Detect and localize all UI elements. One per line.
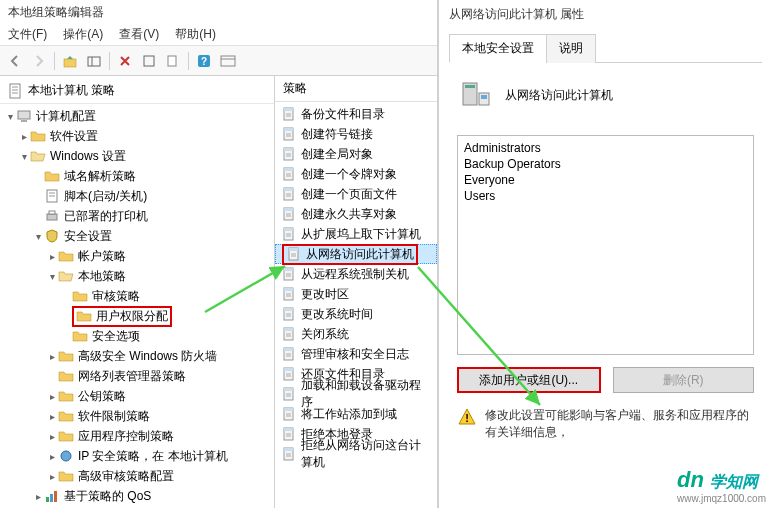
- tree-item[interactable]: ▸软件限制策略: [4, 406, 274, 426]
- tree-item[interactable]: ▸软件设置: [4, 126, 274, 146]
- policy-item[interactable]: 拒绝从网络访问这台计算机: [275, 444, 437, 464]
- tree-root[interactable]: 本地计算机 策略: [0, 78, 274, 104]
- toolbar-help[interactable]: ?: [193, 50, 215, 72]
- tree-item[interactable]: 已部署的打印机: [4, 206, 274, 226]
- tree-item[interactable]: 域名解析策略: [4, 166, 274, 186]
- tree-item[interactable]: ▸高级安全 Windows 防火墙: [4, 346, 274, 366]
- policy-icon: [281, 306, 297, 322]
- tree-item-label: 高级安全 Windows 防火墙: [78, 348, 217, 365]
- tree-item[interactable]: ▸IP 安全策略，在 本地计算机: [4, 446, 274, 466]
- tree-item[interactable]: ▾安全设置: [4, 226, 274, 246]
- folder-open-icon: [58, 268, 74, 284]
- tree-item[interactable]: ▸基于策略的 QoS: [4, 486, 274, 506]
- svg-rect-10: [18, 111, 30, 119]
- toolbar-separator: [188, 52, 189, 70]
- tree-item[interactable]: 脚本(启动/关机): [4, 186, 274, 206]
- toolbar-back[interactable]: [4, 50, 26, 72]
- remove-button[interactable]: 删除(R): [613, 367, 755, 393]
- tree-item[interactable]: ▾计算机配置: [4, 106, 274, 126]
- toolbar-up[interactable]: [59, 50, 81, 72]
- menu-action[interactable]: 操作(A): [63, 26, 103, 43]
- menu-bar: 文件(F) 操作(A) 查看(V) 帮助(H): [0, 24, 437, 46]
- folder-icon: [58, 428, 74, 444]
- add-user-button[interactable]: 添加用户或组(U)...: [457, 367, 601, 393]
- svg-rect-38: [284, 288, 293, 291]
- toolbar-export[interactable]: [138, 50, 160, 72]
- user-entry[interactable]: Everyone: [464, 172, 747, 188]
- policy-item[interactable]: 创建永久共享对象: [275, 204, 437, 224]
- expand-toggle[interactable]: ▸: [46, 471, 58, 482]
- tree: ▾计算机配置▸软件设置▾Windows 设置域名解析策略脚本(启动/关机)已部署…: [0, 104, 274, 508]
- warning-text: 修改此设置可能影响与客户端、服务和应用程序的 有关详细信息，: [485, 407, 749, 441]
- expand-toggle[interactable]: ▾: [4, 111, 16, 122]
- tree-item[interactable]: ▾本地策略: [4, 266, 274, 286]
- policy-item[interactable]: 从网络访问此计算机: [275, 244, 437, 264]
- toolbar-show-hide[interactable]: [83, 50, 105, 72]
- user-entry[interactable]: Administrators: [464, 140, 747, 156]
- policy-list-panel[interactable]: 策略 备份文件和目录创建符号链接创建全局对象创建一个令牌对象创建一个页面文件创建…: [275, 76, 437, 508]
- tree-item[interactable]: ▸公钥策略: [4, 386, 274, 406]
- policy-item[interactable]: 从扩展坞上取下计算机: [275, 224, 437, 244]
- svg-rect-3: [144, 56, 154, 66]
- expand-toggle[interactable]: ▸: [46, 351, 58, 362]
- tree-item[interactable]: ▸高级审核策略配置: [4, 466, 274, 486]
- toolbar-properties[interactable]: [162, 50, 184, 72]
- policy-item[interactable]: 从远程系统强制关机: [275, 264, 437, 284]
- tree-item[interactable]: ▾Windows 设置: [4, 146, 274, 166]
- expand-toggle[interactable]: ▸: [32, 491, 44, 502]
- menu-help[interactable]: 帮助(H): [175, 26, 216, 43]
- user-entry[interactable]: Users: [464, 188, 747, 204]
- tree-item[interactable]: ▸应用程序控制策略: [4, 426, 274, 446]
- policy-item[interactable]: 创建全局对象: [275, 144, 437, 164]
- svg-rect-50: [284, 408, 293, 411]
- policy-item[interactable]: 更改时区: [275, 284, 437, 304]
- tree-item-label: 审核策略: [92, 288, 140, 305]
- policy-icon: [281, 446, 297, 462]
- svg-rect-40: [284, 308, 293, 311]
- policy-item[interactable]: 备份文件和目录: [275, 104, 437, 124]
- expand-toggle[interactable]: ▸: [46, 411, 58, 422]
- expand-toggle[interactable]: ▾: [46, 271, 58, 282]
- expand-toggle[interactable]: ▸: [46, 451, 58, 462]
- tree-item[interactable]: ▸帐户策略: [4, 246, 274, 266]
- policy-item[interactable]: 加载和卸载设备驱动程序: [275, 384, 437, 404]
- user-list[interactable]: AdministratorsBackup OperatorsEveryoneUs…: [457, 135, 754, 355]
- svg-rect-56: [465, 85, 475, 88]
- policy-icon: [281, 426, 297, 442]
- expand-toggle[interactable]: ▸: [46, 391, 58, 402]
- toolbar-extra[interactable]: [217, 50, 239, 72]
- policy-item[interactable]: 关闭系统: [275, 324, 437, 344]
- policy-item[interactable]: 创建一个页面文件: [275, 184, 437, 204]
- policy-item[interactable]: 更改系统时间: [275, 304, 437, 324]
- expand-toggle[interactable]: ▾: [32, 231, 44, 242]
- tree-item[interactable]: 安全选项: [4, 326, 274, 346]
- tree-item-label: 安全设置: [64, 228, 112, 245]
- tree-panel[interactable]: 本地计算机 策略 ▾计算机配置▸软件设置▾Windows 设置域名解析策略脚本(…: [0, 76, 275, 508]
- window-title: 本地组策略编辑器: [0, 0, 437, 24]
- folder-icon: [58, 388, 74, 404]
- content-area: 本地计算机 策略 ▾计算机配置▸软件设置▾Windows 设置域名解析策略脚本(…: [0, 76, 437, 508]
- tree-item[interactable]: 网络列表管理器策略: [4, 366, 274, 386]
- tab-local-security[interactable]: 本地安全设置: [449, 34, 547, 63]
- policy-item[interactable]: 管理审核和安全日志: [275, 344, 437, 364]
- user-entry[interactable]: Backup Operators: [464, 156, 747, 172]
- tree-item[interactable]: 用户权限分配: [4, 306, 274, 326]
- menu-view[interactable]: 查看(V): [119, 26, 159, 43]
- toolbar-forward[interactable]: [28, 50, 50, 72]
- expand-toggle[interactable]: ▸: [18, 131, 30, 142]
- expand-toggle[interactable]: ▸: [46, 431, 58, 442]
- svg-rect-13: [47, 214, 57, 220]
- policy-item-label: 创建全局对象: [301, 146, 373, 163]
- expand-toggle[interactable]: ▾: [18, 151, 30, 162]
- policy-item[interactable]: 创建符号链接: [275, 124, 437, 144]
- svg-rect-52: [284, 428, 293, 431]
- tab-explain[interactable]: 说明: [546, 34, 596, 63]
- policy-item-label: 管理审核和安全日志: [301, 346, 409, 363]
- list-header[interactable]: 策略: [275, 76, 437, 102]
- expand-toggle[interactable]: ▸: [46, 251, 58, 262]
- policy-item[interactable]: 创建一个令牌对象: [275, 164, 437, 184]
- folder-open-icon: [30, 148, 46, 164]
- toolbar-delete[interactable]: [114, 50, 136, 72]
- menu-file[interactable]: 文件(F): [8, 26, 47, 43]
- tree-item[interactable]: 审核策略: [4, 286, 274, 306]
